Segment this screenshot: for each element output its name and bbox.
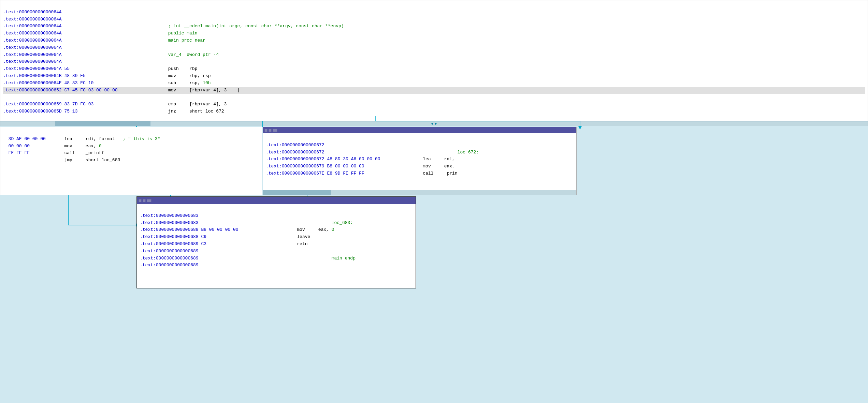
third-panel-code: .text:0000000000000683 .text:00000000000… — [137, 204, 416, 278]
code-line: jmp short loc_683 — [3, 158, 120, 163]
code-line: .text:000000000000064A — [3, 17, 62, 22]
code-line: .text:000000000000064A ; int __cdecl mai… — [3, 24, 344, 29]
titlebar-dot-3 — [147, 199, 151, 202]
code-line: .text:0000000000000672 48 8D 3D A6 00 00… — [266, 156, 455, 162]
titlebar-icon-1 — [264, 129, 267, 132]
code-line: .text:0000000000000689 — [140, 263, 199, 268]
code-line: .text:000000000000064B 48 89 E5 mov rbp,… — [3, 73, 211, 78]
main-code-view: .text:000000000000064A .text:00000000000… — [0, 0, 868, 124]
code-line: .text:000000000000064A main proc near — [3, 38, 205, 43]
third-titlebar — [137, 197, 416, 204]
code-line: .text:0000000000000679 B8 00 00 00 00 mo… — [266, 164, 455, 169]
code-line: .text:000000000000064E 48 83 EC 10 sub r… — [3, 80, 211, 86]
bottom-right-titlebar — [263, 127, 576, 133]
code-line: .text:0000000000000688 C9 leave — [140, 234, 310, 239]
main-disasm-panel[interactable]: .text:000000000000064A .text:00000000000… — [0, 0, 868, 126]
code-line: .text:000000000000064A public main — [3, 31, 198, 36]
code-line: .text:000000000000064A — [3, 59, 62, 64]
code-line: 00 00 00 mov eax, 0 — [3, 144, 102, 149]
code-line: 3D AE 00 00 00 lea rdi, format ; " this … — [3, 136, 160, 141]
bottom-right-panel[interactable]: .text:0000000000000672 .text:00000000000… — [263, 127, 577, 195]
code-line: .text:0000000000000659 83 7D FC 03 cmp [… — [3, 102, 227, 107]
code-line: .text:0000000000000683 loc_683: — [140, 220, 353, 225]
titlebar-dot-2 — [143, 199, 146, 202]
highlighted-code-line: .text:0000000000000652 C7 45 FC 03 00 00… — [3, 87, 865, 94]
third-panel-loc683[interactable]: .text:0000000000000683 .text:00000000000… — [136, 196, 416, 288]
main-hscrollbar[interactable]: ◄ ► — [0, 121, 868, 126]
titlebar-icon-2 — [269, 129, 272, 132]
br-hscroll-thumb[interactable] — [263, 190, 331, 195]
bottom-left-code: 3D AE 00 00 00 lea rdi, format ; " this … — [0, 127, 262, 173]
code-line: .text:000000000000064A var_4= dword ptr … — [3, 52, 219, 57]
code-line: .text:0000000000000688 B8 00 00 00 00 mo… — [140, 227, 334, 232]
titlebar-dot-1 — [139, 199, 142, 202]
code-line: .text:0000000000000672 loc_672: — [266, 150, 479, 155]
bottom-right-code: .text:0000000000000672 .text:00000000000… — [263, 133, 576, 186]
code-line: .text:000000000000064A — [3, 45, 62, 50]
bottom-left-panel[interactable]: 3D AE 00 00 00 lea rdi, format ; " this … — [0, 127, 262, 195]
scroll-arrow: ◄ ► — [431, 122, 437, 126]
code-line: .text:000000000000067E E8 9D FE FF FF ca… — [266, 171, 458, 176]
br-hscrollbar[interactable] — [263, 190, 576, 195]
code-line: .text:0000000000000689 main endp — [140, 256, 356, 261]
titlebar-icon-3 — [273, 129, 277, 132]
code-line: .text:0000000000000672 — [266, 143, 324, 148]
code-line: .text:0000000000000683 — [140, 213, 199, 218]
code-line: .text:0000000000000689 C3 retn — [140, 241, 308, 247]
code-line: FE FF FF call _printf — [3, 150, 104, 155]
main-hscroll-thumb[interactable] — [55, 121, 150, 126]
code-line: .text:000000000000065D 75 13 jnz short l… — [3, 109, 224, 114]
code-line: .text:000000000000064A 55 push rbp — [3, 66, 198, 71]
code-line: .text:000000000000064A — [3, 10, 62, 15]
code-line: .text:0000000000000689 — [140, 249, 199, 254]
svg-marker-4 — [578, 126, 582, 130]
